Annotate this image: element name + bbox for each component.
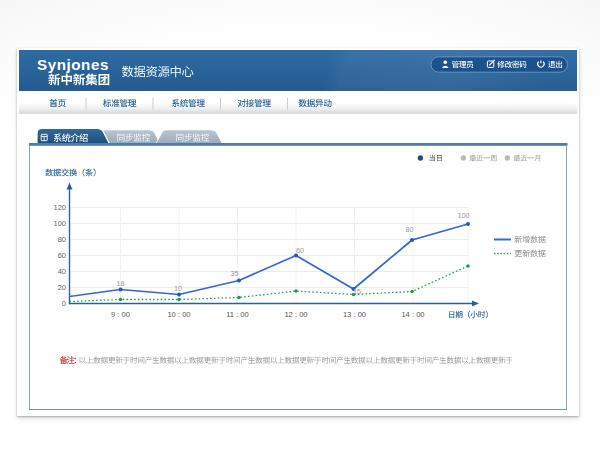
svg-text:14 : 00: 14 : 00	[401, 310, 424, 319]
svg-text:10: 10	[174, 284, 182, 293]
svg-text:120: 120	[53, 203, 66, 212]
svg-text:12 : 00: 12 : 00	[284, 310, 307, 319]
svg-text:10 : 00: 10 : 00	[167, 310, 190, 319]
svg-text:9 : 00: 9 : 00	[111, 310, 130, 319]
svg-text:Synjones: Synjones	[37, 56, 109, 73]
svg-text:18: 18	[116, 279, 124, 288]
svg-text:20: 20	[58, 283, 66, 292]
svg-text:15: 15	[353, 287, 361, 296]
svg-text:80: 80	[405, 225, 413, 234]
svg-text:60: 60	[296, 246, 304, 255]
svg-text:11 : 00: 11 : 00	[226, 310, 249, 319]
svg-text:40: 40	[58, 267, 66, 276]
svg-text:80: 80	[58, 235, 66, 244]
svg-text:100: 100	[457, 211, 469, 220]
svg-text:0: 0	[62, 299, 66, 308]
svg-text:100: 100	[53, 219, 66, 228]
svg-text:60: 60	[58, 251, 66, 260]
svg-text:13 : 00: 13 : 00	[343, 310, 366, 319]
svg-text:35: 35	[230, 269, 238, 278]
